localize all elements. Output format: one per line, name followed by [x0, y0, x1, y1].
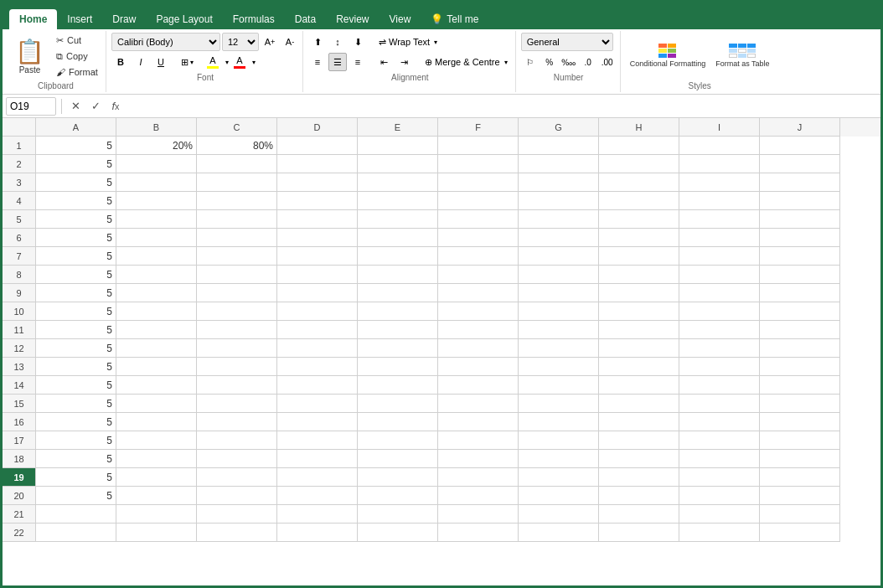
- col-header-h[interactable]: H: [599, 118, 679, 137]
- cell-I14[interactable]: [679, 376, 760, 395]
- tab-tell-me[interactable]: 💡 Tell me: [421, 9, 488, 29]
- row-header-18[interactable]: 18: [3, 450, 36, 468]
- align-top-button[interactable]: ⬆: [308, 33, 327, 51]
- cell-E1[interactable]: [358, 137, 438, 155]
- cell-I21[interactable]: [679, 505, 760, 524]
- cell-J8[interactable]: [760, 266, 840, 284]
- cell-C4[interactable]: [197, 192, 277, 210]
- col-header-b[interactable]: B: [116, 118, 197, 137]
- col-header-j[interactable]: J: [760, 118, 840, 137]
- cell-C8[interactable]: [197, 266, 277, 284]
- cell-B6[interactable]: [116, 229, 197, 247]
- cell-F19[interactable]: [438, 468, 519, 487]
- cell-J21[interactable]: [760, 505, 840, 524]
- cell-H12[interactable]: [599, 339, 679, 358]
- cell-G11[interactable]: [519, 321, 599, 339]
- cell-G10[interactable]: [519, 302, 599, 321]
- cell-D22[interactable]: [277, 524, 358, 542]
- cell-G15[interactable]: [519, 395, 599, 413]
- cell-A10[interactable]: 5: [36, 302, 116, 321]
- cell-H9[interactable]: [599, 284, 679, 302]
- cell-J20[interactable]: [760, 487, 840, 505]
- cell-C19[interactable]: [197, 468, 277, 487]
- row-header-20[interactable]: 20: [3, 487, 36, 505]
- cell-J11[interactable]: [760, 321, 840, 339]
- cell-E3[interactable]: [358, 173, 438, 192]
- cell-E6[interactable]: [358, 229, 438, 247]
- cell-A2[interactable]: 5: [36, 155, 116, 173]
- cell-E2[interactable]: [358, 155, 438, 173]
- cell-reference-box[interactable]: O19: [6, 97, 56, 116]
- cell-D10[interactable]: [277, 302, 358, 321]
- cut-button[interactable]: ✂ Cut: [52, 33, 102, 48]
- cell-D18[interactable]: [277, 450, 358, 468]
- cell-E10[interactable]: [358, 302, 438, 321]
- cell-I4[interactable]: [679, 192, 760, 210]
- cell-E15[interactable]: [358, 395, 438, 413]
- col-header-c[interactable]: C: [197, 118, 277, 137]
- cell-B13[interactable]: [116, 358, 197, 376]
- cell-F4[interactable]: [438, 192, 519, 210]
- cell-E14[interactable]: [358, 376, 438, 395]
- cell-C5[interactable]: [197, 210, 277, 229]
- cell-E11[interactable]: [358, 321, 438, 339]
- confirm-formula-button[interactable]: ✓: [87, 98, 104, 115]
- cell-B9[interactable]: [116, 284, 197, 302]
- cell-J16[interactable]: [760, 413, 840, 431]
- cell-H11[interactable]: [599, 321, 679, 339]
- cell-C1[interactable]: 80%: [197, 137, 277, 155]
- cell-I12[interactable]: [679, 339, 760, 358]
- cell-C21[interactable]: [197, 505, 277, 524]
- cell-E5[interactable]: [358, 210, 438, 229]
- format-button[interactable]: 🖌 Format: [52, 64, 102, 80]
- cell-G6[interactable]: [519, 229, 599, 247]
- cell-D20[interactable]: [277, 487, 358, 505]
- row-header-2[interactable]: 2: [3, 155, 36, 173]
- cell-B1[interactable]: 20%: [116, 137, 197, 155]
- insert-function-button[interactable]: fx: [107, 98, 124, 115]
- cell-G22[interactable]: [519, 524, 599, 542]
- row-header-17[interactable]: 17: [3, 431, 36, 450]
- cell-B15[interactable]: [116, 395, 197, 413]
- cell-F10[interactable]: [438, 302, 519, 321]
- cell-I18[interactable]: [679, 450, 760, 468]
- cell-F14[interactable]: [438, 376, 519, 395]
- cell-H22[interactable]: [599, 524, 679, 542]
- cell-C3[interactable]: [197, 173, 277, 192]
- cell-H10[interactable]: [599, 302, 679, 321]
- cell-G20[interactable]: [519, 487, 599, 505]
- cell-H4[interactable]: [599, 192, 679, 210]
- cell-H20[interactable]: [599, 487, 679, 505]
- increase-decimal-button[interactable]: .00: [598, 53, 617, 71]
- cell-G12[interactable]: [519, 339, 599, 358]
- cell-A9[interactable]: 5: [36, 284, 116, 302]
- cell-I7[interactable]: [679, 247, 760, 266]
- row-header-7[interactable]: 7: [3, 247, 36, 266]
- cell-C15[interactable]: [197, 395, 277, 413]
- cell-B22[interactable]: [116, 524, 197, 542]
- cell-D12[interactable]: [277, 339, 358, 358]
- cell-B12[interactable]: [116, 339, 197, 358]
- cell-J12[interactable]: [760, 339, 840, 358]
- cell-F6[interactable]: [438, 229, 519, 247]
- cell-C9[interactable]: [197, 284, 277, 302]
- cell-E8[interactable]: [358, 266, 438, 284]
- cell-F8[interactable]: [438, 266, 519, 284]
- cell-I22[interactable]: [679, 524, 760, 542]
- cell-B14[interactable]: [116, 376, 197, 395]
- tab-review[interactable]: Review: [326, 9, 379, 29]
- cell-B21[interactable]: [116, 505, 197, 524]
- cell-G5[interactable]: [519, 210, 599, 229]
- cell-A19[interactable]: 5: [36, 468, 116, 487]
- cell-A5[interactable]: 5: [36, 210, 116, 229]
- row-header-5[interactable]: 5: [3, 210, 36, 229]
- cell-A6[interactable]: 5: [36, 229, 116, 247]
- row-header-21[interactable]: 21: [3, 505, 36, 524]
- font-color-button[interactable]: A: [230, 53, 249, 71]
- cell-B10[interactable]: [116, 302, 197, 321]
- cell-H21[interactable]: [599, 505, 679, 524]
- row-header-22[interactable]: 22: [3, 524, 36, 542]
- cell-E18[interactable]: [358, 450, 438, 468]
- font-color-caret[interactable]: ▾: [252, 59, 256, 66]
- cell-J4[interactable]: [760, 192, 840, 210]
